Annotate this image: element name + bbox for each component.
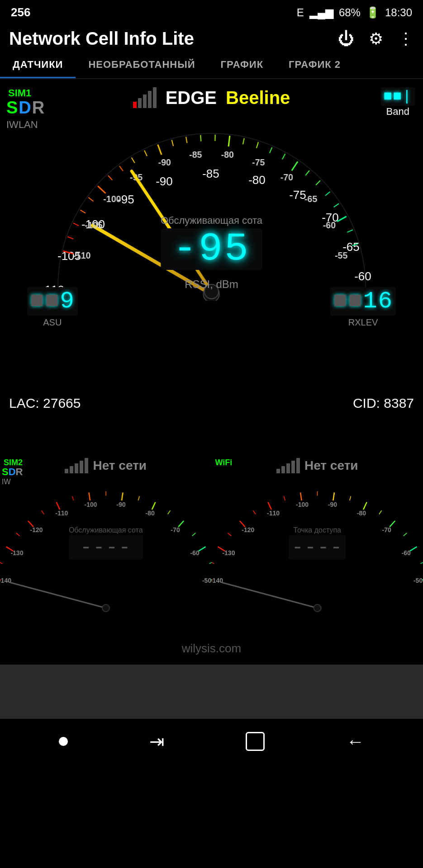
sim1-rxlev-digits: ■■16 <box>330 287 396 316</box>
wifi-network-header: Нет сети <box>212 458 423 473</box>
sim1-band-label: Band <box>380 106 415 118</box>
sim1-rssi-label-top: Обслуживающая сота <box>161 215 262 226</box>
app-title: Network Cell Info Lite <box>9 28 194 49</box>
sim1-gauge-container: SIM1 S D R IWLAN EDGE Beeline ■■| Band <box>5 84 418 391</box>
nav-bar: ⇥ ← <box>0 719 423 764</box>
app-header: Network Cell Info Lite ⏻ ⚙ ⋮ <box>0 25 423 52</box>
gray-bar <box>0 665 423 719</box>
main-gauge-area: SIM1 S D R IWLAN EDGE Beeline ■■| Band <box>0 79 423 391</box>
tab-sensors[interactable]: ДАТЧИКИ <box>0 52 76 78</box>
wifi-rssi-label: Точка доступа <box>289 526 346 534</box>
lac-cid-row: LAC: 27665 CID: 8387 <box>0 391 423 415</box>
wifi-rssi-display: Точка доступа ---- <box>289 526 346 560</box>
sim1-asu-label: ASU <box>43 317 62 328</box>
brand-text: wilysis.com <box>182 642 241 655</box>
sim1-asu-digits: ■■9 <box>27 287 78 316</box>
sim1-network-header: EDGE Beeline <box>5 87 418 108</box>
sim2-rssi-value: ---- <box>69 535 143 560</box>
settings-icon[interactable]: ⚙ <box>369 29 383 48</box>
network-indicator: E <box>297 6 304 19</box>
nav-overview-button[interactable] <box>246 732 265 751</box>
sim2-iw: IW <box>2 478 11 486</box>
sim2-rssi-label: Обслуживающая сота <box>69 526 143 534</box>
sim1-rssi-display: Обслуживающая сота -95 <box>161 215 262 270</box>
sim1-cid: CID: 8387 <box>353 396 414 411</box>
status-right: E ▂▄▆ 68% 🔋 18:30 <box>297 6 412 19</box>
sim1-network-type: EDGE <box>166 88 217 108</box>
sim1-rxlev-block: ■■16 RXLEV <box>330 287 396 328</box>
sim2-rssi-display: Обслуживающая сота ---- <box>69 526 143 560</box>
sim1-lac: LAC: 27665 <box>9 396 81 411</box>
sim2-gauge-container: SIM2 S D R IW Нет сети Обслуживающая сот… <box>0 456 212 628</box>
nav-back-icon[interactable]: ← <box>346 731 364 752</box>
sim1-gauge-canvas <box>5 106 418 301</box>
nav-recents-icon[interactable]: ⇥ <box>149 731 165 752</box>
sim1-rssi-value: -95 <box>161 228 262 270</box>
bar1 <box>133 102 137 108</box>
sim1-iwlan: IWLAN <box>6 119 38 131</box>
sim1-asu-rxlev-row: ■■9 ASU ■■16 RXLEV <box>27 287 396 328</box>
tab-raw[interactable]: НЕОБРАБОТАННЫЙ <box>76 52 208 78</box>
small-gauges-row: SIM2 S D R IW Нет сети Обслуживающая сот… <box>0 452 423 632</box>
bar3 <box>143 94 147 108</box>
sim1-band-digits: ■■| <box>380 87 415 106</box>
sim1-rxlev-label: RXLEV <box>348 317 378 328</box>
battery-text: 68% <box>339 6 361 19</box>
signal-bars-icon: ▂▄▆ <box>309 6 333 19</box>
nav-home-button[interactable] <box>59 737 68 746</box>
footer-brand: wilysis.com <box>0 632 423 665</box>
battery-icon: 🔋 <box>366 6 380 19</box>
more-icon[interactable]: ⋮ <box>398 29 414 48</box>
header-icons: ⏻ ⚙ ⋮ <box>338 29 414 48</box>
bar4 <box>148 91 152 108</box>
tab-graph2[interactable]: ГРАФИК 2 <box>276 52 353 78</box>
bar2 <box>138 98 142 108</box>
wifi-gauge-container: WiFi Нет сети Точка доступа ---- <box>212 456 423 628</box>
sim2-signal-bars <box>65 458 88 473</box>
spacer1 <box>0 415 423 452</box>
wifi-signal-bars <box>276 458 300 473</box>
sim1-carrier: Beeline <box>226 88 290 108</box>
bar5 <box>153 87 157 108</box>
clock: 18:30 <box>385 6 412 19</box>
tab-bar: ДАТЧИКИ НЕОБРАБОТАННЫЙ ГРАФИК ГРАФИК 2 <box>0 52 423 79</box>
sim1-signal-bars <box>133 87 157 108</box>
sim1-band-display: ■■| Band <box>380 87 415 118</box>
wifi-rssi-value: ---- <box>289 535 346 560</box>
power-icon[interactable]: ⏻ <box>338 29 354 48</box>
sim2-network-type: Нет сети <box>93 458 147 473</box>
status-left-text: 256 <box>11 5 30 19</box>
status-bar: 256 E ▂▄▆ 68% 🔋 18:30 <box>0 0 423 25</box>
sim1-asu-block: ■■9 ASU <box>27 287 78 328</box>
tab-graph[interactable]: ГРАФИК <box>208 52 276 78</box>
sim2-network-header: Нет сети <box>0 458 212 473</box>
wifi-network-type: Нет сети <box>304 458 358 473</box>
